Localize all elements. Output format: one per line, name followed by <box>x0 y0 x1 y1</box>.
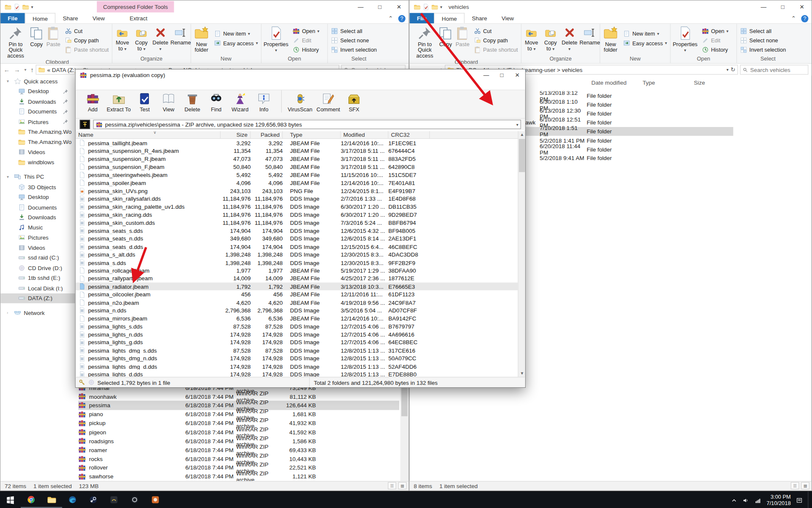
archive-path-combo[interactable]: pessima.zip\vehicles\pessima - ZIP archi… <box>93 120 521 129</box>
column-header-size[interactable]: Size <box>694 79 705 86</box>
toolbar-button[interactable]: VirusScan <box>281 90 314 113</box>
copy-path-button[interactable]: Copy path <box>472 36 520 45</box>
properties-button[interactable]: Properties ▾ <box>672 25 699 55</box>
customize-qat-icon[interactable]: ▾ <box>440 4 442 9</box>
address-dropdown-icon[interactable]: ▾ <box>727 67 729 72</box>
open-button[interactable]: Open ▾ <box>291 26 321 36</box>
tab-file[interactable]: File <box>0 13 25 23</box>
toolbar-button[interactable]: Info <box>252 90 276 113</box>
column-header-modified[interactable]: Modified <box>341 131 389 139</box>
help-icon[interactable]: ? <box>801 15 808 22</box>
sidebar-item[interactable]: Videos <box>0 147 76 157</box>
cut-button[interactable]: Cut <box>472 26 520 36</box>
chevron-icon[interactable]: › <box>7 311 11 315</box>
refresh-icon[interactable]: ↻ <box>730 66 735 73</box>
copy-button[interactable]: Copy <box>438 25 453 55</box>
archive-file-row[interactable]: pessima_lights_n.dds 174,928 174,928 DDS… <box>76 330 518 338</box>
archive-file-row[interactable]: pessima_mirrors.jbeam 6,536 6,536 JBEAM … <box>76 315 518 323</box>
column-header-type[interactable]: Type <box>643 79 655 86</box>
sidebar-item[interactable]: › Network <box>0 308 76 318</box>
delete-button[interactable]: Delete ▾ <box>560 25 578 55</box>
invert-selection-button[interactable]: Invert selection <box>329 45 379 55</box>
taskbar-app-button[interactable] <box>41 491 62 508</box>
details-view-button[interactable]: ☰ <box>388 482 396 489</box>
pin-to-quick-access-button[interactable]: Pin to Quick access <box>4 25 28 59</box>
toolbar-button[interactable]: Extract To <box>104 90 133 113</box>
archive-file-row[interactable]: pessima_suspension_F.jbeam 50,840 50,840… <box>76 163 518 171</box>
sidebar-item[interactable]: CD Drive (D:) <box>0 263 76 273</box>
sidebar-item[interactable]: ssd raid (C:) <box>0 253 76 263</box>
new-item-button[interactable]: New item ▾ <box>621 29 669 39</box>
tab-home[interactable]: Home <box>25 13 56 23</box>
sidebar-item[interactable]: Music <box>0 222 76 232</box>
properties-button[interactable]: Properties ▾ <box>263 25 290 55</box>
quick-access-toolbar[interactable]: ▾ <box>0 3 33 10</box>
sidebar-item[interactable]: DATA (Z:) <box>0 293 76 303</box>
help-icon[interactable]: ? <box>398 15 406 22</box>
delete-button[interactable]: Delete ▾ <box>151 25 169 55</box>
scrollbar-vertical[interactable]: ▲ ▼ <box>518 131 525 378</box>
recent-locations-icon[interactable]: ▾ <box>25 67 27 72</box>
archive-file-row[interactable]: pessima_lights_dmg_s.dds 87,528 87,528 D… <box>76 346 518 354</box>
taskbar-app-button[interactable] <box>21 491 41 508</box>
archive-file-row[interactable]: pessima_s.dds 1,398,248 1,398,248 DDS Im… <box>76 259 518 267</box>
sidebar-item[interactable]: The.Amazing.World <box>0 127 76 137</box>
toolbar-button[interactable]: Wizard <box>228 90 252 113</box>
customize-qat-icon[interactable]: ▾ <box>31 4 33 9</box>
archive-file-row[interactable]: pessima_spoiler.jbeam 4,096 4,096 JBEAM … <box>76 179 518 187</box>
column-header-type[interactable]: Type <box>283 131 341 139</box>
close-button[interactable]: ✕ <box>390 0 409 13</box>
details-view-button[interactable]: ☰ <box>791 482 799 489</box>
search-input[interactable] <box>750 66 806 73</box>
collapse-ribbon-icon[interactable]: ⌃ <box>791 15 796 22</box>
sidebar-item[interactable]: ▾ Quick access <box>0 76 76 86</box>
tab-file[interactable]: File <box>410 13 434 23</box>
sidebar-item[interactable]: Pictures <box>0 117 76 127</box>
new-item-button[interactable]: New item ▾ <box>212 29 260 39</box>
archive-file-row[interactable]: pessima_n.dds 2,796,368 2,796,368 DDS Im… <box>76 306 518 315</box>
sidebar-item[interactable]: Downloads <box>0 212 76 222</box>
edit-button[interactable]: Edit <box>700 36 730 45</box>
maximize-button[interactable]: □ <box>773 0 792 13</box>
select-none-button[interactable]: Select none <box>738 36 788 45</box>
menu-item[interactable] <box>79 81 86 90</box>
column-header-crc32[interactable]: CRC32 <box>388 131 430 139</box>
open-button[interactable]: Open ▾ <box>700 26 730 36</box>
sidebar-item[interactable]: windblows <box>0 157 76 167</box>
scroll-up-icon[interactable]: ▲ <box>518 131 526 138</box>
archive-file-row[interactable]: pessima_lights_d.dds 174,928 174,928 DDS… <box>76 370 518 378</box>
column-header-name[interactable]: Name <box>76 131 221 139</box>
column-header-date[interactable]: Date modified <box>591 79 626 86</box>
pin-to-quick-access-button[interactable]: Pin to Quick access <box>413 25 437 59</box>
move-to-button[interactable]: Move to ▾ <box>113 25 131 55</box>
maximize-button[interactable]: □ <box>494 69 510 81</box>
menu-item[interactable] <box>112 81 119 90</box>
copy-path-button[interactable]: Copy path <box>63 36 111 45</box>
sidebar-item[interactable]: Documents <box>0 107 76 117</box>
column-header-packed[interactable]: Packed <box>251 131 283 139</box>
scroll-down-icon[interactable]: ▼ <box>518 370 526 377</box>
up-one-level-button[interactable] <box>80 120 90 129</box>
select-none-button[interactable]: Select none <box>329 36 379 45</box>
minimize-button[interactable]: — <box>351 0 370 13</box>
sidebar-item[interactable]: 3D Objects <box>0 182 76 192</box>
taskbar-app-button[interactable] <box>62 491 83 508</box>
archive-file-row[interactable]: pessima_taillight.jbeam 3,292 3,292 JBEA… <box>76 139 518 147</box>
archive-file-row[interactable]: pessima_oilcooler.jbeam 456 456 JBEAM Fi… <box>76 290 518 298</box>
sidebar-item[interactable]: Local Disk (I:) <box>0 283 76 293</box>
combo-dropdown-icon[interactable]: ▾ <box>516 122 518 127</box>
sidebar-item[interactable]: Desktop <box>0 86 76 97</box>
taskbar-app-button[interactable] <box>104 491 124 508</box>
tab-share[interactable]: Share <box>55 13 85 23</box>
tab-view[interactable]: View <box>85 13 112 23</box>
archive-file-row[interactable]: pessima_suspension_R.jbeam 47,073 47,073… <box>76 155 518 163</box>
network-icon[interactable] <box>754 496 761 503</box>
sidebar-item[interactable]: 1tb sshd (E:) <box>0 273 76 283</box>
paste-button[interactable]: Paste <box>454 25 471 55</box>
new-folder-button[interactable]: New folder <box>601 25 620 55</box>
minimize-button[interactable]: — <box>478 69 494 81</box>
archive-file-row[interactable]: pessima_lights_dmg_n.dds 174,928 174,928… <box>76 354 518 362</box>
show-desktop-button[interactable] <box>808 491 810 508</box>
maximize-button[interactable]: □ <box>370 0 390 13</box>
menu-item[interactable] <box>120 81 127 90</box>
